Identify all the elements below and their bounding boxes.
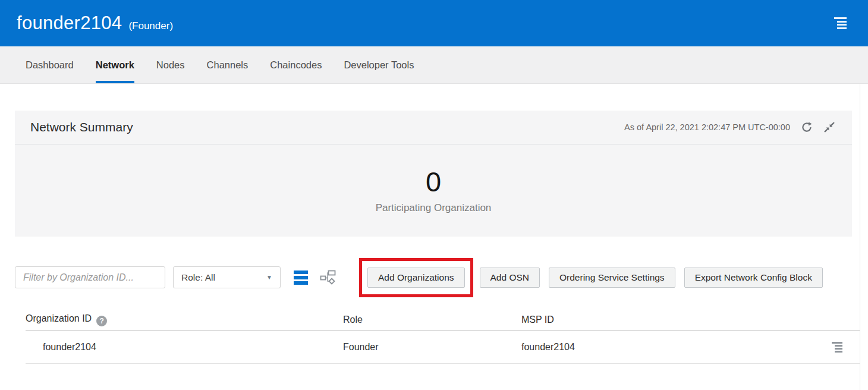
- table-row[interactable]: founder2104 Founder founder2104: [26, 331, 860, 364]
- row-menu-icon-bar: [835, 351, 842, 353]
- list-view-icon[interactable]: [294, 271, 308, 285]
- annotation-highlight: Add Organizations: [359, 258, 473, 297]
- tab-bar: Dashboard Network Nodes Channels Chainco…: [0, 46, 868, 84]
- chevron-down-icon: ▼: [266, 274, 272, 281]
- add-osn-button[interactable]: Add OSN: [480, 268, 540, 288]
- column-header-role: Role: [343, 314, 521, 325]
- topology-view-icon[interactable]: [319, 270, 336, 285]
- row-menu-icon[interactable]: [832, 342, 842, 353]
- column-header-organization-id: Organization ID?: [26, 313, 343, 326]
- metric-value: 0: [376, 168, 492, 196]
- row-menu-icon-bar: [835, 345, 842, 347]
- export-network-config-block-button[interactable]: Export Network Config Block: [684, 268, 823, 288]
- menu-icon-bar: [837, 21, 847, 23]
- cell-msp-id: founder2104: [521, 342, 832, 353]
- panel-title: Network Summary: [30, 120, 133, 134]
- tab-channels[interactable]: Channels: [207, 46, 249, 83]
- organizations-toolbar: Role: All ▼ Add Organizations Add OSN: [15, 266, 852, 288]
- list-view-icon-bar: [294, 281, 308, 285]
- table-header-row: Organization ID? Role MSP ID: [26, 310, 860, 331]
- app-title-group: founder2104 (Founder): [17, 12, 173, 34]
- list-view-icon-bar: [294, 276, 308, 279]
- role-filter-select[interactable]: Role: All ▼: [173, 266, 281, 288]
- tab-chaincodes[interactable]: Chaincodes: [270, 46, 322, 83]
- tab-developer-tools[interactable]: Developer Tools: [344, 46, 414, 83]
- row-menu-icon-bar: [832, 342, 842, 344]
- question-mark-icon[interactable]: ?: [96, 316, 107, 326]
- tab-dashboard[interactable]: Dashboard: [26, 46, 74, 83]
- app-subtitle: (Founder): [128, 20, 173, 32]
- view-toggle-group: [294, 270, 336, 285]
- menu-icon-bar: [837, 27, 847, 29]
- organizations-table: Organization ID? Role MSP ID founder2104…: [15, 310, 860, 364]
- collapse-icon[interactable]: [822, 120, 836, 134]
- menu-icon-bar: [837, 24, 847, 26]
- column-header-msp-id: MSP ID: [521, 314, 832, 325]
- tab-nodes[interactable]: Nodes: [156, 46, 185, 83]
- metric-label: Participating Organization: [376, 202, 492, 214]
- refresh-icon[interactable]: [800, 120, 814, 134]
- add-organizations-button[interactable]: Add Organizations: [367, 268, 465, 288]
- role-filter-value: Role: All: [181, 272, 215, 283]
- tab-network[interactable]: Network: [96, 46, 134, 83]
- main-content: Network Summary As of April 22, 2021 2:0…: [0, 111, 868, 364]
- participating-organization-metric: 0 Participating Organization: [376, 168, 492, 214]
- column-header-label: Organization ID: [26, 313, 92, 323]
- network-summary-header: Network Summary As of April 22, 2021 2:0…: [15, 111, 852, 144]
- cell-organization-id: founder2104: [26, 342, 343, 353]
- menu-icon-bar: [834, 17, 847, 19]
- menu-icon[interactable]: [833, 15, 848, 32]
- network-summary-body: 0 Participating Organization: [15, 144, 852, 237]
- list-view-icon-bar: [294, 271, 308, 274]
- network-summary-panel: Network Summary As of April 22, 2021 2:0…: [15, 111, 852, 237]
- app-title: founder2104: [17, 12, 122, 34]
- filter-input[interactable]: [15, 266, 165, 288]
- app-header: founder2104 (Founder): [0, 0, 868, 46]
- cell-role: Founder: [343, 342, 521, 353]
- row-menu-icon-bar: [835, 348, 842, 350]
- as-of-timestamp: As of April 22, 2021 2:02:47 PM UTC-00:0…: [624, 122, 790, 132]
- panel-header-actions: As of April 22, 2021 2:02:47 PM UTC-00:0…: [624, 120, 836, 134]
- ordering-service-settings-button[interactable]: Ordering Service Settings: [549, 268, 675, 288]
- cell-actions: [832, 342, 860, 353]
- content-right-edge-divider: [860, 84, 860, 390]
